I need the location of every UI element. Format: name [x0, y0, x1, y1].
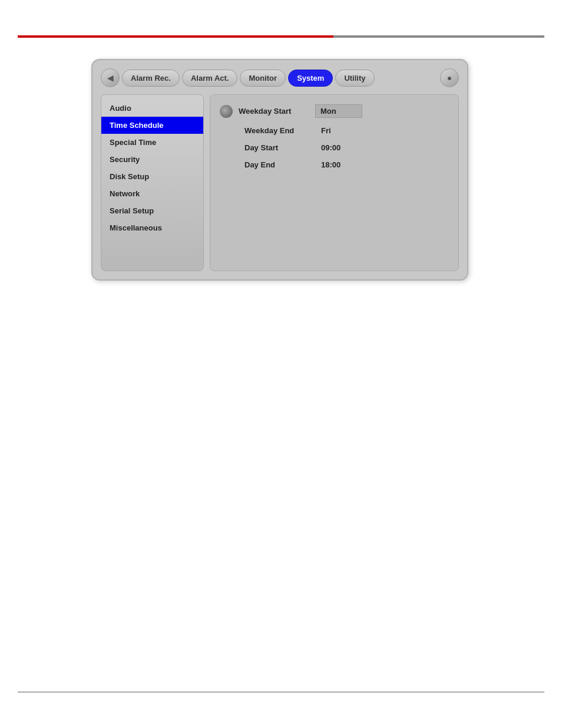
top-rule [18, 35, 544, 38]
main-panel: ◀ Alarm Rec.Alarm Act.MonitorSystemUtili… [91, 59, 468, 281]
field-row-weekday-end: Weekday EndFri [220, 126, 449, 135]
tab-bar: ◀ Alarm Rec.Alarm Act.MonitorSystemUtili… [101, 68, 459, 87]
tab-utility[interactable]: Utility [335, 70, 374, 87]
field-value-weekday-start[interactable]: Mon [315, 104, 362, 118]
sidebar-item-disk-setup[interactable]: Disk Setup [101, 168, 203, 185]
field-label-weekday-start: Weekday Start [239, 107, 309, 116]
field-row-weekday-start: Weekday StartMon [220, 104, 449, 118]
content-area: AudioTime ScheduleSpecial TimeSecurityDi… [101, 94, 459, 271]
forward-arrow-button[interactable]: ● [440, 68, 459, 87]
field-value-day-end: 18:00 [321, 160, 340, 169]
tab-alarm-act[interactable]: Alarm Act. [182, 70, 238, 87]
tab-alarm-rec[interactable]: Alarm Rec. [122, 70, 180, 87]
field-value-day-start: 09:00 [321, 143, 340, 152]
field-label-day-end: Day End [244, 160, 315, 169]
row-icon-weekday-start [220, 105, 233, 118]
sidebar-item-audio[interactable]: Audio [101, 100, 203, 117]
tab-system[interactable]: System [288, 70, 333, 87]
sidebar-item-security[interactable]: Security [101, 151, 203, 168]
field-label-day-start: Day Start [244, 143, 315, 152]
field-row-day-end: Day End18:00 [220, 160, 449, 169]
field-value-weekday-end: Fri [321, 126, 331, 135]
sidebar-item-serial-setup[interactable]: Serial Setup [101, 202, 203, 219]
sidebar-item-special-time[interactable]: Special Time [101, 134, 203, 151]
tab-monitor[interactable]: Monitor [240, 70, 286, 87]
sidebar-item-time-schedule[interactable]: Time Schedule [101, 117, 203, 134]
back-arrow-button[interactable]: ◀ [101, 68, 120, 87]
sidebar-item-miscellaneous[interactable]: Miscellaneous [101, 219, 203, 236]
sidebar: AudioTime ScheduleSpecial TimeSecurityDi… [101, 94, 204, 271]
sidebar-item-network[interactable]: Network [101, 185, 203, 202]
bottom-rule [18, 691, 544, 693]
field-label-weekday-end: Weekday End [244, 126, 315, 135]
right-panel: Weekday StartMonWeekday EndFriDay Start0… [210, 94, 459, 271]
field-row-day-start: Day Start09:00 [220, 143, 449, 152]
